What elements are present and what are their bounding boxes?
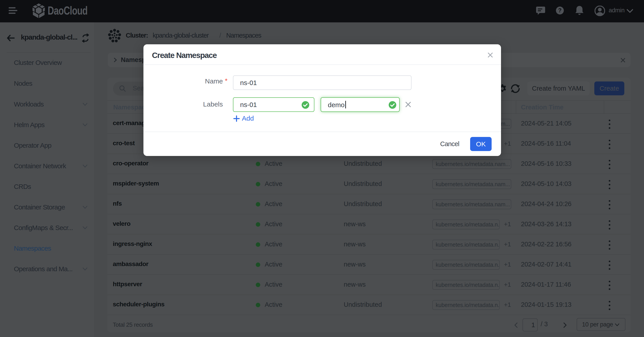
svg-text:?: ?	[558, 7, 562, 14]
